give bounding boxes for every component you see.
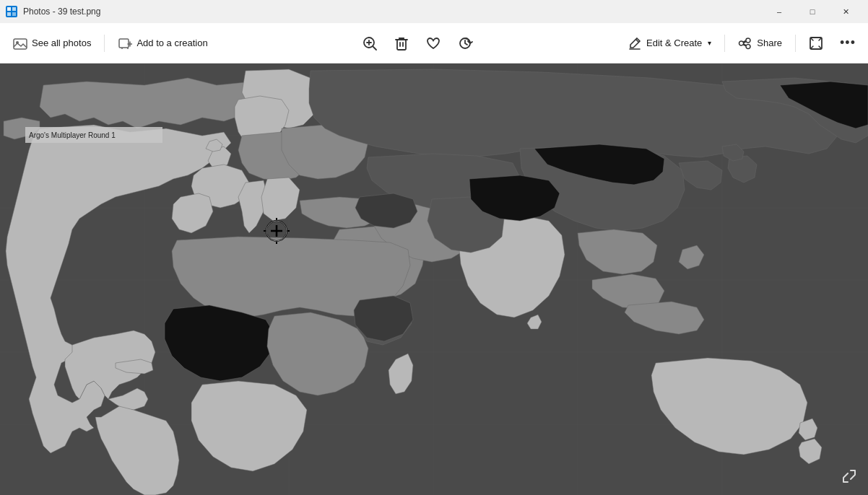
title-bar-controls: – □ ✕ (763, 0, 862, 23)
title-bar-left: Photos - 39 test.png (6, 6, 100, 17)
image-viewer[interactable]: .ocean { fill: #4a4a4a; } .land-light { … (0, 63, 868, 495)
fit-window-button[interactable] (802, 29, 830, 58)
toolbar-separator-2 (724, 35, 725, 52)
svg-rect-0 (7, 7, 11, 11)
more-options-button[interactable]: ••• (833, 29, 862, 58)
share-icon (738, 36, 752, 51)
share-label: Share (757, 38, 782, 48)
zoom-in-icon (362, 35, 378, 51)
photos-icon (13, 36, 27, 51)
window-title: Photos - 39 test.png (23, 6, 100, 17)
svg-rect-3 (12, 12, 16, 16)
toolbar-separator-3 (795, 35, 796, 52)
maximize-button[interactable]: □ (796, 0, 829, 23)
expand-button[interactable] (839, 466, 859, 486)
svg-rect-4 (14, 39, 27, 49)
zoom-in-button[interactable] (355, 29, 384, 58)
toolbar: See all photos Add to a creation (0, 23, 868, 63)
see-all-photos-button[interactable]: See all photos (6, 29, 98, 58)
svg-text:Argo's Multiplayer Round 1: Argo's Multiplayer Round 1 (29, 131, 116, 139)
svg-rect-8 (397, 40, 406, 50)
more-options-icon: ••• (840, 35, 856, 51)
rotate-icon (457, 35, 473, 51)
toolbar-separator-1 (104, 35, 105, 52)
svg-rect-1 (12, 7, 16, 11)
svg-rect-2 (7, 12, 11, 16)
add-to-creation-button[interactable]: Add to a creation (110, 29, 214, 58)
edit-create-button[interactable]: Edit & Create ▾ (620, 29, 719, 58)
share-button[interactable]: Share (731, 29, 789, 58)
see-all-photos-label: See all photos (32, 38, 91, 48)
expand-icon (841, 468, 858, 485)
edit-create-label: Edit & Create (646, 38, 702, 48)
delete-icon (394, 35, 409, 51)
edit-create-icon (628, 36, 642, 51)
add-to-creation-label: Add to a creation (136, 38, 207, 48)
delete-button[interactable] (387, 29, 416, 58)
slideshow-button[interactable] (451, 29, 479, 58)
app-icon (6, 6, 17, 17)
add-to-creation-icon (118, 36, 132, 51)
minimize-button[interactable]: – (763, 0, 796, 23)
edit-create-dropdown-arrow: ▾ (708, 39, 711, 47)
title-bar: Photos - 39 test.png – □ ✕ (0, 0, 868, 23)
close-button[interactable]: ✕ (829, 0, 862, 23)
world-map-image: .ocean { fill: #4a4a4a; } .land-light { … (0, 63, 868, 495)
svg-rect-6 (119, 39, 129, 48)
favorite-button[interactable] (419, 29, 448, 58)
fit-window-icon (808, 35, 824, 51)
heart-icon (425, 35, 441, 51)
